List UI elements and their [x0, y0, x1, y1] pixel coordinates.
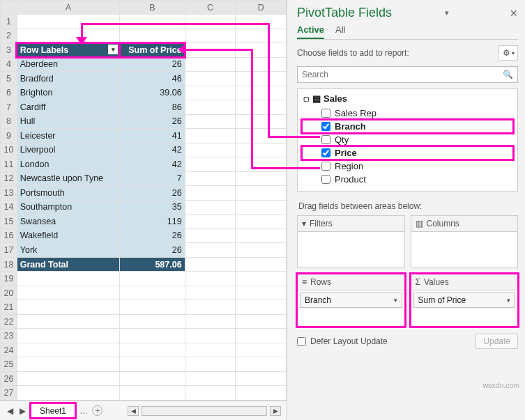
cell[interactable] — [185, 171, 236, 186]
cell[interactable]: 42 — [120, 143, 185, 157]
grid-row[interactable]: 16Wakefield26 — [1, 228, 287, 243]
col-header-b[interactable]: B — [120, 1, 185, 15]
cell[interactable] — [236, 243, 287, 258]
horizontal-scrollbar[interactable]: ◀ ▶ — [128, 406, 281, 416]
cell[interactable] — [236, 200, 287, 215]
cell[interactable] — [120, 300, 185, 315]
field-search[interactable]: 🔍 — [297, 66, 518, 83]
row-header[interactable]: 4 — [1, 57, 17, 72]
field-item-region[interactable]: Region — [302, 160, 513, 173]
area-values[interactable]: ΣValues Sum of Price▾ — [411, 274, 519, 327]
pane-close-icon[interactable]: ✕ — [510, 8, 518, 19]
row-header[interactable]: 6 — [1, 86, 17, 100]
grid-row[interactable]: 18Grand Total587.06 — [1, 257, 287, 272]
cell[interactable]: 26 — [120, 243, 185, 258]
cell[interactable] — [185, 215, 236, 229]
cell[interactable]: 39.06 — [120, 86, 185, 100]
col-header-d[interactable]: D — [236, 1, 287, 15]
cell[interactable]: 7 — [120, 171, 185, 186]
grid-row[interactable]: 27 — [1, 386, 287, 400]
cell[interactable]: Aberdeen — [17, 57, 119, 72]
field-item-qty[interactable]: Qty — [302, 133, 513, 146]
cell[interactable] — [185, 243, 236, 258]
grid-row[interactable]: 6Brighton39.06 — [1, 86, 287, 100]
cell[interactable] — [185, 257, 236, 272]
cell[interactable] — [236, 272, 287, 286]
cell[interactable] — [236, 72, 287, 86]
cell[interactable] — [185, 272, 236, 286]
grid-row[interactable]: 20 — [1, 286, 287, 300]
cell[interactable] — [185, 15, 236, 29]
cell[interactable] — [236, 57, 287, 72]
cell[interactable] — [120, 314, 185, 329]
cell[interactable] — [120, 286, 185, 300]
cell[interactable] — [185, 343, 236, 357]
row-header[interactable]: 24 — [1, 343, 17, 357]
cell[interactable]: York — [17, 243, 119, 258]
cell[interactable] — [17, 286, 119, 300]
add-sheet-icon[interactable]: ＋ — [92, 405, 102, 416]
cell[interactable] — [17, 15, 119, 29]
grid-row[interactable]: 12Newcastle upon Tyne7 — [1, 171, 287, 186]
collapse-icon[interactable]: ▢ — [303, 95, 310, 102]
grid-row[interactable]: 17York26 — [1, 243, 287, 258]
cell[interactable]: Sum of Price — [120, 43, 185, 58]
cell[interactable]: Newcastle upon Tyne — [17, 171, 119, 186]
cell[interactable]: 42 — [120, 157, 185, 172]
cell[interactable] — [17, 272, 119, 286]
cell[interactable]: Leicester — [17, 129, 119, 143]
cell[interactable] — [120, 29, 185, 43]
area-values-body[interactable]: Sum of Price▾ — [411, 290, 518, 326]
cell[interactable] — [185, 386, 236, 400]
cell[interactable] — [120, 357, 185, 372]
cell[interactable]: Brighton — [17, 86, 119, 100]
cell[interactable]: Liverpool — [17, 143, 119, 157]
cell[interactable] — [236, 314, 287, 329]
cell[interactable] — [236, 215, 287, 229]
defer-checkbox[interactable] — [297, 337, 306, 346]
cell[interactable]: 587.06 — [120, 257, 185, 272]
cell[interactable] — [185, 157, 236, 172]
cell[interactable]: 46 — [120, 72, 185, 86]
grid-row[interactable]: 10Liverpool42 — [1, 143, 287, 157]
grid-row[interactable]: 14Southampton35 — [1, 200, 287, 215]
grid-row[interactable]: 8Hull26 — [1, 114, 287, 129]
cell[interactable] — [17, 314, 119, 329]
cell[interactable] — [236, 143, 287, 157]
row-header[interactable]: 7 — [1, 100, 17, 115]
area-filters[interactable]: ▾Filters — [297, 215, 405, 268]
field-checkbox[interactable] — [321, 148, 330, 157]
cell[interactable] — [185, 300, 236, 315]
cell[interactable] — [185, 86, 236, 100]
grid-row[interactable]: 2 — [1, 29, 287, 43]
cell[interactable] — [120, 272, 185, 286]
cell[interactable]: Cardiff — [17, 100, 119, 115]
cell[interactable] — [120, 343, 185, 357]
grid-row[interactable]: 21 — [1, 300, 287, 315]
grid-row[interactable]: 19 — [1, 272, 287, 286]
cell[interactable] — [185, 186, 236, 201]
row-header[interactable]: 20 — [1, 286, 17, 300]
cell[interactable] — [236, 29, 287, 43]
values-pill-sumofprice[interactable]: Sum of Price▾ — [413, 293, 516, 308]
cell[interactable] — [185, 329, 236, 343]
cell[interactable] — [120, 15, 185, 29]
tab-overflow-icon[interactable]: … — [79, 406, 88, 416]
cell[interactable] — [120, 386, 185, 400]
cell[interactable] — [236, 86, 287, 100]
cell[interactable]: 119 — [120, 215, 185, 229]
row-header[interactable]: 5 — [1, 72, 17, 86]
row-header[interactable]: 12 — [1, 171, 17, 186]
row-header[interactable]: 11 — [1, 157, 17, 172]
pill-dropdown-icon[interactable]: ▾ — [507, 297, 510, 304]
cell[interactable] — [185, 357, 236, 372]
area-filters-body[interactable] — [298, 231, 404, 267]
grid-row[interactable]: 11London42 — [1, 157, 287, 172]
field-item-branch[interactable]: Branch — [302, 120, 513, 133]
grid-row[interactable]: 1 — [1, 15, 287, 29]
row-header[interactable]: 1 — [1, 15, 17, 29]
cell[interactable] — [236, 357, 287, 372]
grid[interactable]: A B C D 123Row Labels▾Sum of Price4Aberd… — [0, 0, 287, 400]
row-header[interactable]: 21 — [1, 300, 17, 315]
field-item-product[interactable]: Product — [302, 173, 513, 186]
